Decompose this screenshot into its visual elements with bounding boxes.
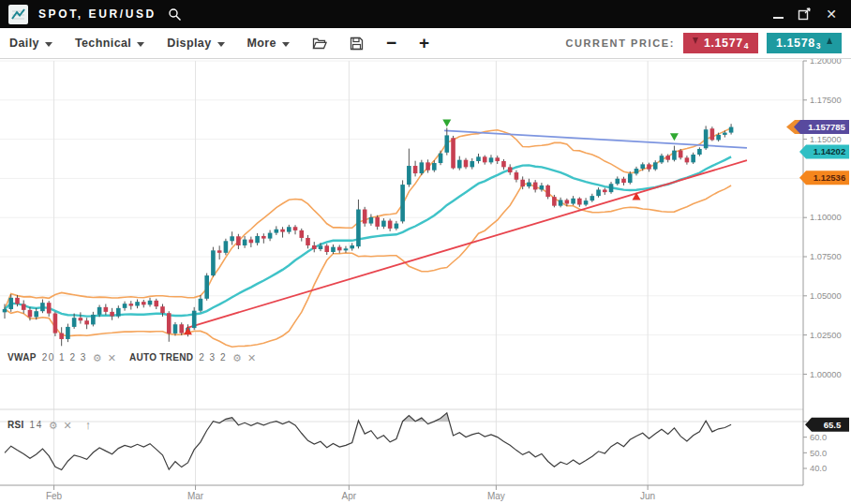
minimize-button[interactable] (773, 9, 784, 19)
svg-text:1.15000: 1.15000 (810, 135, 842, 144)
trade-signal-markers (184, 120, 679, 335)
vwap-settings-gear-icon[interactable]: ⚙ (93, 353, 102, 363)
zoom-out-button[interactable]: − (386, 35, 396, 52)
buy-signal-icon (184, 327, 192, 334)
zoom-in-button[interactable]: + (419, 35, 429, 52)
svg-text:1.14202: 1.14202 (814, 146, 845, 156)
chevron-down-icon (137, 42, 144, 47)
tick-up-icon (827, 37, 832, 44)
bid-price-badge: 1.15774 (683, 33, 758, 53)
svg-text:1.17500: 1.17500 (810, 96, 842, 105)
rsi-remove-icon[interactable]: ✕ (64, 421, 72, 430)
title-bar: SPOT, EUR/USD ✕ (0, 0, 851, 28)
svg-text:Apr: Apr (342, 491, 357, 501)
svg-text:50.0: 50.0 (810, 449, 827, 458)
close-window-button[interactable]: ✕ (826, 7, 837, 21)
svg-text:1.10000: 1.10000 (810, 213, 842, 222)
svg-text:1.20000: 1.20000 (810, 59, 842, 66)
month-axis-labels: FebMarAprMayJun (46, 485, 655, 501)
svg-text:65.5: 65.5 (824, 420, 842, 430)
menu-timeframe[interactable]: Daily (9, 37, 52, 50)
save-chart-icon[interactable] (350, 37, 364, 51)
menu-display[interactable]: Display (167, 37, 224, 50)
svg-text:60.0: 60.0 (810, 433, 827, 442)
svg-text:1.12536: 1.12536 (814, 172, 845, 183)
chevron-down-icon (217, 42, 225, 47)
vwap-remove-icon[interactable]: ✕ (108, 353, 116, 363)
svg-text:May: May (487, 491, 505, 501)
app-window: SPOT, EUR/USD ✕ Daily Technical Display … (0, 0, 851, 504)
svg-text:Jun: Jun (640, 491, 655, 501)
svg-text:Mar: Mar (187, 491, 204, 501)
trend-line-support (187, 160, 747, 328)
sell-signal-icon (442, 120, 451, 127)
svg-text:Feb: Feb (46, 491, 63, 501)
rsi-settings-gear-icon[interactable]: ⚙ (49, 421, 58, 430)
menu-technical[interactable]: Technical (75, 37, 144, 50)
rsi-indicator-label: RSI 14 ⚙ ✕ ↑ (7, 418, 91, 432)
svg-text:1.00000: 1.00000 (810, 370, 842, 379)
chart-canvas[interactable]: 1.200001.175001.150001.125001.100001.075… (0, 59, 851, 504)
price-tags: 1.1577851.142021.1253665.5 (786, 120, 849, 432)
tick-down-icon (693, 37, 698, 44)
gridlines (0, 61, 803, 485)
overlay-indicator-labels: VWAP 20 1 2 3 ⚙ ✕ AUTO TREND 2 3 2 ⚙ ✕ (7, 352, 256, 363)
auto-trend-remove-icon[interactable]: ✕ (247, 353, 256, 363)
vwap-indicator-label: VWAP 20 1 2 3 ⚙ ✕ (7, 352, 116, 363)
chevron-down-icon (45, 42, 52, 47)
auto-trend-settings-gear-icon[interactable]: ⚙ (232, 353, 242, 363)
chevron-down-icon (282, 42, 290, 47)
price-chart-svg: 1.200001.175001.150001.125001.100001.075… (0, 59, 851, 504)
search-icon[interactable] (168, 7, 182, 22)
current-price-label: CURRENT PRICE: (565, 37, 675, 49)
bollinger-lower-band (5, 184, 731, 347)
bollinger-upper-band (5, 128, 731, 309)
svg-text:1.07500: 1.07500 (810, 252, 842, 261)
rsi-collapse-arrow-icon[interactable]: ↑ (85, 418, 92, 432)
popout-window-button[interactable] (798, 7, 812, 21)
svg-text:40.0: 40.0 (810, 464, 827, 473)
auto-trend-indicator-label: AUTO TREND 2 3 2 ⚙ ✕ (129, 352, 256, 363)
svg-text:1.157785: 1.157785 (808, 122, 845, 132)
menu-more[interactable]: More (247, 37, 290, 50)
open-chart-icon[interactable] (312, 37, 327, 51)
ask-price-badge: 1.15783 (767, 33, 842, 53)
svg-text:1.05000: 1.05000 (810, 291, 842, 301)
chart-toolbar: Daily Technical Display More − + CURRENT… (0, 28, 851, 59)
app-logo-icon (8, 5, 28, 24)
svg-text:1.02500: 1.02500 (810, 331, 842, 340)
symbol-title: SPOT, EUR/USD (38, 7, 157, 21)
candlestick-series (3, 124, 734, 346)
